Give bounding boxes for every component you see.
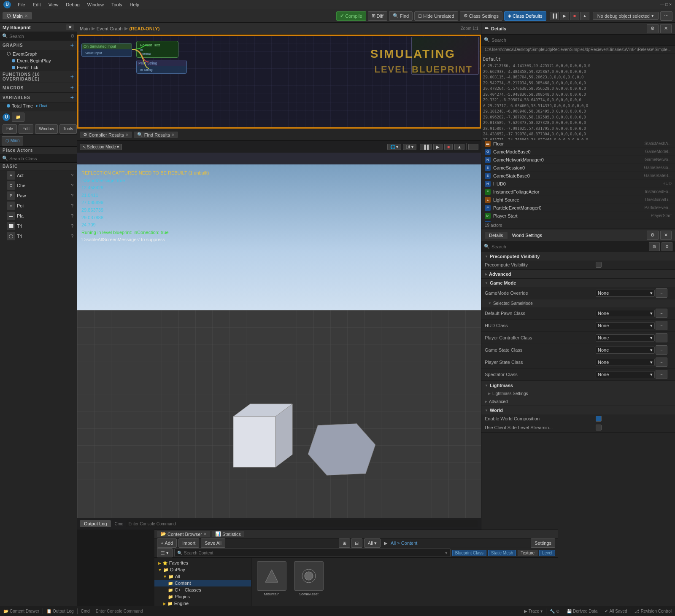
content-item[interactable]: 📁 Content [154, 580, 251, 586]
cb-filter-options-btn[interactable]: ☰ ▾ [157, 548, 173, 557]
help-icon3[interactable]: ? [71, 193, 73, 198]
help-icon2[interactable]: ? [71, 183, 73, 188]
vp-stop-btn[interactable]: ■ [444, 144, 453, 150]
output-log-tab[interactable]: Output Log [80, 520, 111, 527]
filter-blueprint-btn[interactable]: Blueprint Class [452, 550, 486, 556]
statistics-tab[interactable]: 📊 Statistics [212, 531, 244, 537]
game-state-dropdown[interactable]: None ▾ [596, 347, 655, 354]
cb-settings-button[interactable]: Settings [531, 538, 555, 548]
find-results-close[interactable]: ✕ [171, 132, 175, 137]
find-results-tab[interactable]: 🔍 Find Results ✕ [134, 132, 178, 138]
details-search-input[interactable] [491, 38, 672, 43]
cb-import-button[interactable]: Import [178, 538, 199, 548]
place-actor-che[interactable]: C Che ? [0, 180, 77, 191]
content-browser-tab[interactable]: 📂 Content Browser ✕ [157, 531, 210, 537]
pause-button[interactable]: ▐▐ [550, 12, 559, 20]
event-graph-item[interactable]: ⬡ EventGraph [0, 50, 77, 57]
filter-dropdown-icon[interactable]: ▾ [445, 550, 448, 556]
output-log-btn[interactable]: 📋 Output Log [46, 609, 73, 613]
default-pawn-extra[interactable]: ⋯ [656, 309, 667, 318]
actor-particle[interactable]: P ParticleEventManager0 ParticleEven... [481, 204, 675, 212]
menu-file[interactable]: File [14, 1, 29, 8]
revision-control-btn[interactable]: ⎇ Revision Control [634, 609, 672, 613]
details-close-btn[interactable]: ✕ [660, 24, 672, 33]
hud-class-extra[interactable]: ⋯ [656, 321, 667, 330]
place-actor-tri2[interactable]: ◯ Tri ? [0, 231, 77, 241]
details-tab[interactable]: Details [485, 232, 508, 239]
ue-menu-edit[interactable]: Edit [19, 124, 33, 134]
menu-help[interactable]: Help [127, 1, 143, 8]
all-saved-btn[interactable]: ✔ All Saved [605, 609, 627, 613]
spectator-extra[interactable]: ⋯ [656, 370, 667, 379]
actor-session[interactable]: S GameSession0 GameSessio... [481, 164, 675, 172]
cb-save-all-button[interactable]: Save All [201, 538, 225, 548]
world-section-header[interactable]: ▼ World [481, 406, 675, 414]
ws-settings-btn2[interactable]: ⚙ [662, 242, 672, 251]
menu-tools[interactable]: Tools [108, 1, 126, 8]
place-actors-search-input[interactable] [9, 156, 75, 161]
selection-mode-dropdown[interactable]: ↖ Selection Mode ▾ [80, 144, 122, 150]
ws-extra-btn[interactable]: ⊞ [649, 242, 660, 251]
default-pawn-dropdown[interactable]: None ▾ [596, 310, 655, 317]
gamemode-override-extra[interactable]: ⋯ [656, 288, 667, 298]
hide-unrelated-button[interactable]: ◻ Hide Unrelated [414, 11, 458, 21]
actor-gamestate[interactable]: S GameStateBase0 GameStateB... [481, 172, 675, 180]
player-controller-dropdown[interactable]: None ▾ [596, 334, 655, 342]
macros-section-header[interactable]: MACROS + [0, 83, 77, 93]
world-settings-tab[interactable]: World Settings [508, 232, 546, 239]
compiler-results-close[interactable]: ✕ [125, 132, 129, 137]
favorites-item[interactable]: ▶ ⭐ Favorites [154, 560, 251, 566]
help-icon7[interactable]: ? [71, 234, 73, 239]
trace-btn[interactable]: ▶ Trace ▾ [524, 609, 543, 613]
details-settings-btn[interactable]: ⚙ [647, 24, 659, 33]
actor-floor[interactable]: ▬ Floor StaticMeshA... [481, 140, 675, 148]
content-search-input[interactable] [184, 551, 443, 555]
compile-button[interactable]: ✔ Compile [336, 11, 366, 21]
cb-close-btn[interactable]: ✕ [203, 532, 207, 536]
enable-world-comp-checkbox[interactable] [596, 416, 602, 422]
variables-add-button[interactable]: + [70, 94, 74, 101]
asset-mountain[interactable]: Mountain [255, 561, 289, 605]
actor-gamemode[interactable]: G GameModeBase0 GameModel... [481, 148, 675, 156]
cb-view-btn1[interactable]: ⊞ [339, 538, 350, 548]
event-tick-item[interactable]: Event Tick [0, 64, 77, 71]
advanced-header[interactable]: ▶ Advanced [481, 270, 675, 278]
ws-search-input[interactable] [491, 244, 647, 249]
lightmass-header[interactable]: ▼ Lightmass [481, 381, 675, 390]
game-mode-header[interactable]: ▼ Game Mode [481, 279, 675, 287]
console-input[interactable] [126, 520, 478, 527]
cb-all-btn[interactable]: All ▾ [364, 538, 381, 548]
ue-file-btn[interactable]: 📁 [12, 113, 24, 122]
stop-button[interactable]: ■ [570, 12, 579, 20]
cpp-classes-item[interactable]: 📁 C++ Classes [154, 586, 251, 593]
actor-playerstart[interactable]: ▷ Player Start PlayerStart [481, 212, 675, 220]
functions-section-header[interactable]: FUNCTIONS (10 OVERRIDABLE) + [0, 71, 77, 83]
basic-section-header[interactable]: BASIC [0, 163, 77, 170]
place-actor-paw[interactable]: P Paw ? [0, 191, 77, 201]
class-settings-button[interactable]: ⚙ Class Settings [460, 11, 502, 21]
lightmass-settings-header[interactable]: ▶ Lightmass Settings [481, 390, 675, 398]
asset-sphere[interactable]: SomeAsset [292, 561, 326, 605]
eject-button[interactable]: ▲ [580, 12, 589, 20]
main-tab[interactable]: ⬡ Main ✕ [3, 12, 32, 19]
player-state-extra[interactable]: ⋯ [656, 358, 667, 367]
all-item[interactable]: ▼ 📁 All [154, 573, 251, 580]
macros-add-button[interactable]: + [70, 84, 74, 91]
graphs-add-button[interactable]: + [70, 42, 74, 48]
gamemode-override-dropdown[interactable]: None ▾ [596, 290, 655, 297]
help-icon4[interactable]: ? [71, 203, 73, 208]
menu-view[interactable]: View [45, 1, 62, 8]
bp-graph-content[interactable]: On Simulated Input Value Input Format Te… [77, 35, 481, 129]
find-button[interactable]: 🔍 Find [389, 11, 413, 21]
filter-staticmesh-btn[interactable]: Static Mesh [488, 550, 516, 556]
compiler-results-tab[interactable]: ⚙ Compiler Results ✕ [80, 132, 132, 138]
help-icon[interactable]: ? [71, 173, 73, 178]
game-state-extra[interactable]: ⋯ [656, 345, 667, 355]
status-console-input[interactable] [96, 609, 305, 613]
vp-options-btn[interactable]: ⋯ [468, 144, 478, 150]
total-time-variable[interactable]: Total Time ● Float [0, 102, 77, 109]
player-state-dropdown[interactable]: None ▾ [596, 359, 655, 366]
vp-eject-btn[interactable]: ▲ [454, 144, 464, 150]
ws-settings-btn[interactable]: ⚙ [647, 231, 659, 240]
cb-view-btn2[interactable]: ⊟ [351, 538, 362, 548]
